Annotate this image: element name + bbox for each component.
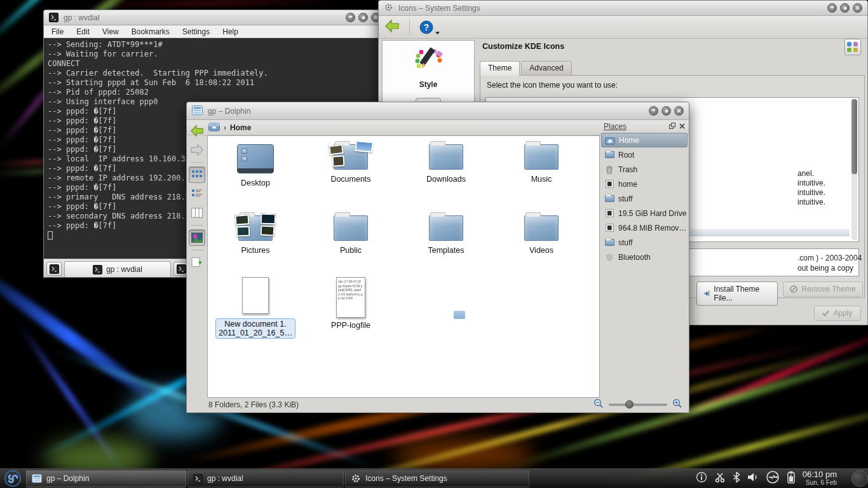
folder-icon: [524, 215, 559, 241]
logfile-preview-icon: Jan 17 09:47:18 gp-Aspire-5738 pppd[1946…: [336, 277, 365, 318]
device-icon: [604, 179, 614, 189]
desktop-folder-icon: [237, 144, 274, 173]
folder-item-videos[interactable]: Videos: [497, 215, 586, 255]
minimize-button[interactable]: [649, 106, 658, 116]
sidebar-item-style-label: Style: [419, 80, 438, 89]
zoom-out-icon[interactable]: [593, 398, 604, 410]
install-theme-button[interactable]: Install Theme File...: [696, 281, 778, 306]
places-item-home[interactable]: Home: [601, 133, 688, 147]
split-view-icon[interactable]: [189, 254, 205, 271]
menu-help[interactable]: Help: [222, 27, 238, 36]
icons-view-icon[interactable]: [189, 166, 205, 183]
places-item-removable[interactable]: 964.8 MiB Remov…: [601, 220, 688, 235]
sidebar-item-style[interactable]: Style: [383, 41, 474, 89]
menu-file[interactable]: File: [51, 27, 64, 36]
folder-view[interactable]: Desktop Documents Downloads Music: [207, 135, 600, 398]
settings-title: Icons – System Settings: [398, 4, 480, 13]
maximize-button[interactable]: [840, 3, 850, 13]
close-panel-icon[interactable]: [679, 122, 685, 131]
minimize-button[interactable]: [827, 3, 837, 13]
folder-item-pictures[interactable]: Pictures: [211, 215, 300, 255]
task-button-wvdial[interactable]: gp : wvdial: [187, 470, 344, 487]
clock[interactable]: 06:10 pm Sun, 6 Feb: [803, 470, 839, 487]
folder-icon: [429, 144, 463, 170]
overview-grid-icon[interactable]: [844, 39, 861, 55]
device-icon: [604, 223, 614, 233]
breadcrumb-home[interactable]: Home: [230, 123, 251, 132]
gear-icon: [384, 3, 393, 14]
select-theme-label: Select the icon theme you want to use:: [487, 81, 618, 90]
home-icon[interactable]: [208, 121, 220, 133]
menu-view[interactable]: View: [102, 27, 119, 36]
menu-settings[interactable]: Settings: [182, 27, 210, 36]
dolphin-statusbar: 8 Folders, 2 Files (3.3 KiB): [187, 396, 689, 412]
clock-time: 06:10 pm: [803, 470, 837, 478]
tab-theme[interactable]: Theme: [480, 61, 520, 76]
apply-button[interactable]: Apply: [814, 306, 861, 321]
places-item-trash[interactable]: Trash: [601, 162, 688, 177]
places-item-bluetooth[interactable]: Bluetooth: [601, 250, 688, 264]
folder-item-templates[interactable]: Templates: [402, 215, 491, 255]
gear-icon: [351, 473, 361, 484]
document-file-icon: [242, 277, 269, 314]
columns-view-icon[interactable]: [189, 205, 205, 221]
zoom-in-icon[interactable]: [672, 398, 682, 410]
folder-item-desktop[interactable]: Desktop: [211, 144, 300, 187]
konsole-titlebar[interactable]: gp : wvdial: [44, 10, 386, 25]
page-title: Customize KDE Icons: [482, 42, 564, 51]
battery-icon[interactable]: [787, 471, 796, 486]
close-button[interactable]: [853, 3, 862, 13]
task-button-dolphin[interactable]: gp – Dolphin: [26, 470, 186, 487]
close-button[interactable]: [674, 106, 684, 116]
konsole-tab-label: gp : wvdial: [106, 265, 142, 274]
konsole-tab[interactable]: gp : wvdial: [64, 261, 171, 277]
volume-icon[interactable]: [747, 472, 759, 485]
task-button-system-settings[interactable]: Icons – System Settings: [345, 470, 529, 487]
places-item-stuff-2[interactable]: stuff: [601, 235, 688, 250]
details-view-icon[interactable]: [189, 186, 205, 202]
konsole-tab-icon: [93, 265, 102, 274]
folder-item-downloads[interactable]: Downloads: [402, 144, 491, 184]
dolphin-toolbar: [187, 120, 207, 396]
zoom-slider[interactable]: [609, 403, 667, 406]
places-item-home-dir[interactable]: home: [601, 177, 688, 191]
help-icon[interactable]: ?: [419, 20, 440, 35]
panel-toolbox-cashew-icon[interactable]: [851, 470, 868, 487]
bluetooth-icon[interactable]: [733, 471, 740, 485]
notifications-info-icon[interactable]: [696, 471, 707, 485]
remove-theme-button[interactable]: Remove Theme: [783, 281, 863, 297]
terminal-cursor: [48, 231, 53, 240]
minimize-button[interactable]: [346, 13, 355, 22]
klipper-scissors-icon[interactable]: [714, 471, 726, 485]
settings-titlebar[interactable]: Icons – System Settings: [379, 1, 867, 16]
folder-item-documents[interactable]: Documents: [306, 144, 395, 184]
places-item-stuff[interactable]: stuff: [601, 191, 688, 206]
menu-edit[interactable]: Edit: [76, 27, 90, 36]
device-icon: [604, 208, 614, 219]
preview-icon[interactable]: [189, 229, 205, 246]
zoom-slider-handle[interactable]: [625, 400, 634, 409]
pictures-folder-icon: [238, 215, 273, 241]
folder-item-music[interactable]: Music: [497, 144, 586, 184]
tab-advanced[interactable]: Advanced: [521, 61, 571, 76]
file-item-ppp-logfile[interactable]: Jan 17 09:47:18 gp-Aspire-5738 pppd[1946…: [306, 277, 395, 330]
dolphin-titlebar[interactable]: gp – Dolphin: [187, 102, 689, 120]
settings-tabs: Theme Advanced: [480, 61, 573, 76]
maximize-button[interactable]: [661, 106, 671, 116]
file-item-new-document[interactable]: New document 1. 2011_01_20_16_5…: [211, 277, 300, 339]
desktop: gp : wvdial File Edit View Bookmarks Set…: [0, 0, 868, 488]
new-tab-button[interactable]: [46, 262, 62, 276]
forward-icon[interactable]: [189, 142, 205, 158]
menu-bookmarks[interactable]: Bookmarks: [132, 27, 170, 36]
float-panel-icon[interactable]: [669, 122, 675, 131]
places-item-hard-drive[interactable]: 19.5 GiB Hard Drive: [601, 206, 688, 220]
usb-device-icon[interactable]: [766, 471, 780, 486]
folder-item-public[interactable]: Public: [306, 215, 395, 255]
theme-list-scrollbar[interactable]: [851, 99, 857, 240]
back-icon[interactable]: [384, 18, 400, 36]
folder-icon: [604, 238, 614, 248]
back-icon[interactable]: [189, 123, 205, 139]
maximize-button[interactable]: [358, 13, 368, 22]
launcher-menu-icon[interactable]: [0, 470, 25, 487]
places-item-root[interactable]: Root: [601, 147, 688, 162]
